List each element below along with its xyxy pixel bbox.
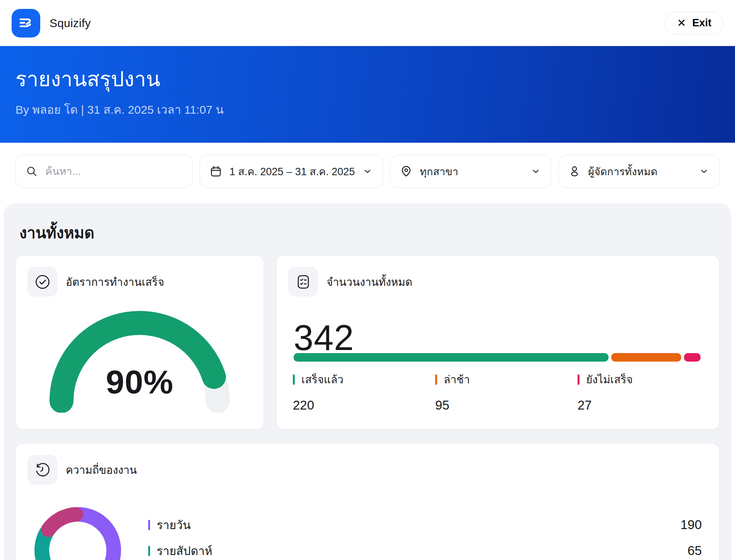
completion-gauge: 90%: [43, 308, 236, 413]
check-circle-icon: [27, 267, 57, 297]
legend-value: 190: [680, 517, 702, 532]
app-logo: [12, 9, 40, 38]
legend-tick: [578, 374, 579, 385]
section-title: งานทั้งหมด: [19, 222, 720, 244]
manager-value: ผู้จัดการทั้งหมด: [588, 163, 657, 180]
history-clock-icon: [27, 455, 57, 485]
chevron-down-icon: [699, 166, 709, 176]
close-icon: ✕: [677, 18, 686, 29]
app-name: Squizify: [50, 17, 91, 30]
search-icon: [26, 166, 38, 177]
frequency-donut-chart: [33, 505, 123, 560]
bar-segment: [684, 353, 701, 362]
legend-tick: [435, 374, 437, 385]
legend-tick: [148, 520, 150, 530]
branch-select[interactable]: ทุกสาขา: [390, 155, 551, 188]
legend-value: 95: [435, 398, 578, 413]
date-range-value: 1 ส.ค. 2025 – 31 ส.ค. 2025: [229, 163, 355, 180]
legend-value: 220: [293, 398, 435, 413]
person-icon: [569, 166, 580, 177]
frequency-card-title: ความถี่ของงาน: [66, 461, 137, 478]
total-tasks-card-title: จำนวนงานทั้งหมด: [326, 273, 412, 290]
exit-button[interactable]: ✕ Exit: [665, 12, 723, 35]
legend-value: 27: [578, 398, 720, 413]
completion-gauge-value: 90%: [43, 363, 236, 401]
legend-item-not-done: ยังไม่เสร็จ 27: [578, 371, 720, 413]
squizify-logo-icon: [17, 15, 34, 32]
legend-tick: [148, 546, 150, 556]
bar-segment: [611, 353, 681, 362]
cards-row: อัตราการทำงานเสร็จ 90% จำน: [15, 255, 720, 430]
legend-item-done: เสร็จแล้ว 220: [293, 371, 435, 413]
exit-label: Exit: [692, 17, 711, 29]
tasks-legend: เสร็จแล้ว 220 ล่าช้า 95 ยังไม่เสร็จ: [293, 371, 720, 413]
chevron-down-icon: [531, 166, 541, 176]
legend-item-weekly: รายสัปดาห์ 65: [148, 543, 702, 558]
tasks-section: งานทั้งหมด อัตราการทำงานเสร็จ 90%: [4, 203, 731, 560]
manager-select[interactable]: ผู้จัดการทั้งหมด: [558, 155, 720, 188]
completion-card-title: อัตราการทำงานเสร็จ: [66, 273, 164, 290]
task-frequency-card: ความถี่ของงาน รายวัน 190 รายสัปดาห์ 65: [15, 443, 720, 560]
frequency-legend: รายวัน 190 รายสัปดาห์ 65: [148, 517, 702, 558]
branch-value: ทุกสาขา: [420, 163, 458, 180]
report-banner: รายงานสรุปงาน By พลอย โด | 31 ส.ค. 2025 …: [0, 46, 735, 143]
report-byline: By พลอย โด | 31 ส.ค. 2025 เวลา 11:07 น: [15, 101, 720, 119]
location-pin-icon: [400, 166, 412, 177]
legend-item-daily: รายวัน 190: [148, 517, 702, 533]
legend-item-late: ล่าช้า 95: [435, 371, 578, 413]
filter-bar: 1 ส.ค. 2025 – 31 ส.ค. 2025 ทุกสาขา ผู้จั…: [0, 155, 735, 188]
chevron-down-icon: [362, 166, 373, 176]
legend-value: 65: [687, 543, 702, 558]
tasks-progress-bar: [294, 353, 702, 362]
legend-tick: [293, 374, 295, 385]
total-tasks-count: 342: [294, 320, 354, 355]
completion-rate-card: อัตราการทำงานเสร็จ 90%: [15, 255, 264, 430]
checklist-icon: [288, 267, 318, 297]
search-input[interactable]: [45, 166, 182, 178]
report-title: รายงานสรุปงาน: [15, 68, 720, 90]
date-range-field[interactable]: 1 ส.ค. 2025 – 31 ส.ค. 2025: [200, 155, 383, 188]
top-header: Squizify ✕ Exit: [0, 0, 735, 46]
bar-segment: [294, 353, 609, 362]
total-tasks-card: จำนวนงานทั้งหมด 342 เสร็จแล้ว 220 ล่าช้า: [276, 255, 720, 430]
search-field[interactable]: [15, 155, 193, 188]
calendar-icon: [210, 166, 222, 177]
